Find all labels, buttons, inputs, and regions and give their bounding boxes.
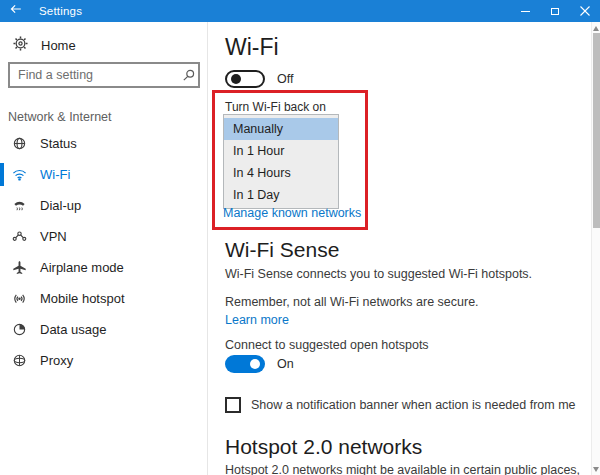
wifi-sense-line2: Remember, not all Wi-Fi networks are sec… (225, 295, 479, 309)
search-icon[interactable] (179, 68, 198, 83)
listbox-option-in-4-hours[interactable]: In 4 Hours (224, 162, 338, 184)
scrollbar-down-icon[interactable] (593, 467, 599, 472)
listbox-option-manually[interactable]: Manually (224, 118, 338, 140)
maximize-button[interactable] (540, 0, 570, 22)
sidebar: Home Network & Internet Status Wi-Fi Dia… (0, 22, 208, 475)
connect-hotspots-label: Connect to suggested open hotspots (225, 338, 429, 352)
data-usage-pie-icon (12, 322, 28, 337)
wifi-sense-title: Wi-Fi Sense (225, 238, 339, 262)
close-icon (580, 2, 590, 20)
titlebar: Settings (0, 0, 600, 22)
connect-hotspots-toggle-state: On (277, 357, 294, 371)
sidebar-section-label: Network & Internet (8, 110, 112, 124)
minimize-icon (521, 11, 530, 12)
proxy-globe-icon (12, 353, 28, 368)
sidebar-item-home[interactable]: Home (0, 34, 207, 56)
window-title: Settings (39, 5, 82, 17)
listbox-option-in-1-hour[interactable]: In 1 Hour (224, 140, 338, 162)
sidebar-item-dialup[interactable]: Dial-up (0, 190, 207, 221)
turn-wifi-back-on-listbox: Manually In 1 Hour In 4 Hours In 1 Day (223, 114, 339, 209)
back-arrow-icon (9, 2, 23, 20)
wifi-toggle[interactable] (225, 70, 265, 88)
sidebar-home-label: Home (41, 38, 76, 53)
status-globe-icon (12, 136, 28, 151)
sidebar-item-proxy[interactable]: Proxy (0, 345, 207, 376)
sidebar-item-vpn[interactable]: VPN (0, 221, 207, 252)
page-title: Wi-Fi (225, 34, 279, 61)
learn-more-link[interactable]: Learn more (225, 313, 289, 327)
sidebar-item-data-usage[interactable]: Data usage (0, 314, 207, 345)
vertical-scrollbar[interactable] (591, 22, 600, 475)
hotspot2-title: Hotspot 2.0 networks (225, 435, 422, 459)
turn-wifi-back-on-label: Turn Wi-Fi back on (225, 100, 326, 114)
scrollbar-up-icon[interactable] (593, 26, 599, 31)
gear-icon (13, 36, 28, 55)
listbox-option-in-1-day[interactable]: In 1 Day (224, 184, 338, 206)
wifi-sense-line1: Wi-Fi Sense connects you to suggested Wi… (225, 267, 532, 281)
search-input[interactable] (10, 64, 179, 86)
scrollbar-thumb[interactable] (593, 33, 600, 228)
hotspot2-line1: Hotspot 2.0 networks might be available … (225, 463, 580, 475)
wifi-toggle-state: Off (277, 72, 293, 86)
mobile-hotspot-icon (12, 291, 28, 306)
manage-known-networks-link[interactable]: Manage known networks (223, 206, 361, 220)
sidebar-item-wifi[interactable]: Wi-Fi (0, 159, 207, 190)
dialup-phone-icon (12, 198, 28, 213)
main-content: Wi-Fi Off Turn Wi-Fi back on Manually In… (208, 22, 592, 475)
sidebar-item-status[interactable]: Status (0, 128, 207, 159)
search-box (8, 62, 200, 88)
connect-hotspots-toggle[interactable] (225, 355, 265, 373)
sidebar-item-airplane-mode[interactable]: Airplane mode (0, 252, 207, 283)
minimize-button[interactable] (510, 0, 540, 22)
maximize-icon (551, 8, 559, 15)
airplane-icon (12, 260, 28, 275)
back-button[interactable] (0, 0, 32, 22)
sidebar-item-mobile-hotspot[interactable]: Mobile hotspot (0, 283, 207, 314)
notification-banner-checkbox-label: Show a notification banner when action i… (251, 397, 576, 412)
wifi-icon (12, 167, 28, 182)
vpn-icon (12, 229, 28, 244)
close-button[interactable] (570, 0, 600, 22)
notification-banner-checkbox[interactable] (225, 397, 241, 413)
